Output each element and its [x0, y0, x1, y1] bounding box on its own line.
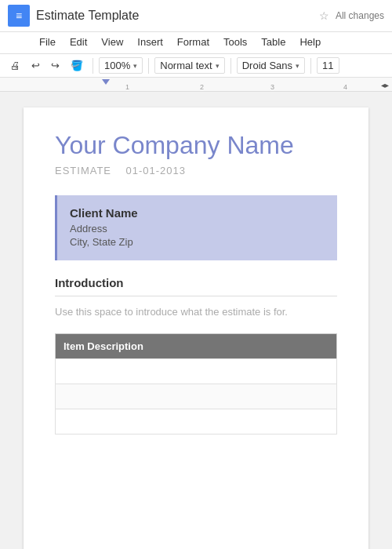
table-cell[interactable] [56, 359, 337, 384]
table-row[interactable] [56, 359, 337, 384]
intro-placeholder[interactable]: Use this space to introduce what the est… [55, 306, 337, 318]
ruler-triangle-left[interactable] [102, 79, 110, 85]
fontsize-selector[interactable]: 11 [317, 57, 339, 74]
ruler-arrows[interactable]: ◂▸ [381, 81, 389, 89]
company-name[interactable]: Your Company Name [55, 131, 337, 160]
table-row[interactable] [56, 384, 337, 409]
print-button[interactable]: 🖨 [6, 57, 24, 74]
client-box: Client Name Address City, State Zip [55, 195, 337, 260]
menu-table[interactable]: Table [255, 34, 292, 50]
section-divider [55, 296, 337, 296]
toolbar-divider-3 [230, 58, 231, 74]
menu-help[interactable]: Help [293, 34, 327, 50]
client-address[interactable]: Address [70, 223, 325, 235]
client-city-state-zip[interactable]: City, State Zip [70, 236, 325, 248]
toolbar: 🖨 ↩ ↪ 🪣 100% ▾ Normal text ▾ Droid Sans … [0, 54, 392, 78]
client-name[interactable]: Client Name [70, 206, 325, 220]
style-value: Normal text [160, 60, 212, 71]
intro-title: Introduction [55, 276, 337, 289]
zoom-caret: ▾ [133, 62, 137, 70]
style-selector[interactable]: Normal text ▾ [154, 57, 224, 74]
font-value: Droid Sans [242, 60, 292, 71]
fontsize-value: 11 [322, 60, 333, 71]
title-bar: ≡ Estimate Template ☆ All changes [0, 0, 392, 32]
app-icon: ≡ [8, 5, 30, 27]
table-cell[interactable] [56, 409, 337, 434]
menu-edit[interactable]: Edit [64, 34, 93, 50]
star-icon[interactable]: ☆ [319, 9, 329, 22]
menu-bar: File Edit View Insert Format Tools Table… [0, 32, 392, 54]
estimate-line: ESTIMATE 01-01-2013 [55, 165, 337, 176]
document-title: Estimate Template [36, 9, 313, 23]
page: Your Company Name ESTIMATE 01-01-2013 Cl… [24, 107, 368, 549]
redo-button[interactable]: ↪ [47, 57, 64, 74]
menu-tools[interactable]: Tools [217, 34, 253, 50]
document-area: Your Company Name ESTIMATE 01-01-2013 Cl… [0, 92, 392, 549]
undo-button[interactable]: ↩ [27, 57, 44, 74]
menu-view[interactable]: View [95, 34, 129, 50]
autosave-status: All changes [336, 10, 384, 21]
menu-insert[interactable]: Insert [131, 34, 169, 50]
estimate-table: Item Description [55, 333, 337, 434]
table-row[interactable] [56, 409, 337, 434]
zoom-value: 100% [104, 60, 130, 71]
toolbar-divider-4 [310, 58, 311, 74]
font-caret: ▾ [296, 62, 299, 70]
table-cell[interactable] [56, 384, 337, 409]
zoom-selector[interactable]: 100% ▾ [99, 57, 143, 74]
estimate-date: 01-01-2013 [126, 165, 187, 176]
estimate-label: ESTIMATE [55, 165, 111, 176]
font-selector[interactable]: Droid Sans ▾ [237, 57, 305, 74]
paint-format-button[interactable]: 🪣 [67, 57, 87, 74]
menu-file[interactable]: File [33, 34, 62, 50]
table-header-item: Item Description [56, 334, 337, 359]
style-caret: ▾ [216, 62, 220, 70]
toolbar-divider-2 [148, 58, 149, 74]
toolbar-divider-1 [93, 58, 93, 74]
ruler: 1 2 3 4 ◂▸ [0, 78, 392, 92]
menu-format[interactable]: Format [171, 34, 216, 50]
